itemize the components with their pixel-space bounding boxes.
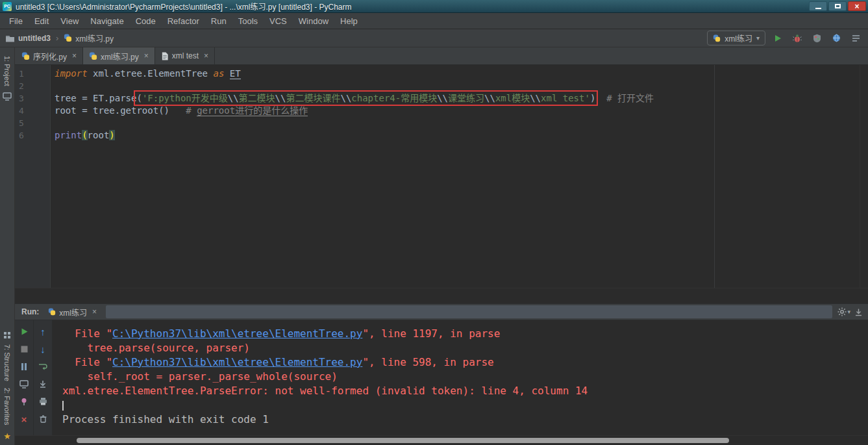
code-token: print [55,130,82,140]
tab-close-icon[interactable]: × [72,51,77,60]
line-number: 6 [19,129,50,142]
breadcrumb-project[interactable]: untitled3 [18,34,51,43]
menu-edit[interactable]: Edit [29,14,55,28]
editor-tab-1[interactable]: xml练习.py× [83,47,155,64]
soft-wrap-button[interactable] [37,361,49,372]
code-token: File " [62,356,112,368]
prev-stacktrace-button[interactable]: ↑ [37,325,49,337]
stop-button[interactable] [18,343,30,355]
console-output[interactable]: File "C:\Python37\lib\xml\etree\ElementT… [53,320,868,435]
close-window-button[interactable]: × [848,1,866,11]
console-file-link[interactable]: C:\Python37\lib\xml\etree\ElementTree.py [112,356,362,368]
menu-view[interactable]: View [55,14,84,28]
menu-file[interactable]: File [3,14,29,28]
tab-close-icon[interactable]: × [144,51,149,60]
code-token: ", line 598, in parse [362,356,493,368]
code-token [224,68,229,79]
code-token: # [186,105,197,116]
run-tab-close-icon[interactable]: × [92,307,97,316]
structure-grid-icon[interactable] [4,329,10,341]
code-token: ( [136,93,142,103]
editor-scrollbar[interactable] [860,65,868,288]
coverage-button[interactable] [810,31,824,45]
editor[interactable]: 123456 import xml.etree.ElementTree as E… [15,65,868,288]
console-scrollbar-thumb[interactable] [77,438,729,443]
menu-navigate[interactable]: Navigate [84,14,129,28]
editor-tab-0[interactable]: 序列化.py× [16,47,83,64]
code-token: 课堂练习 [448,93,484,103]
run-configuration-select[interactable]: xml练习 ▾ [707,31,765,45]
code-token: \\ [484,93,495,103]
close-tab-button[interactable]: × [18,413,30,425]
run-configuration-name: xml练习 [725,32,752,44]
code-token: \\ [437,93,448,103]
editor-gutter: 123456 [15,65,51,288]
monitor-icon[interactable] [3,92,12,103]
sidebar-item-project[interactable]: 1: Project [3,56,11,86]
editor-code[interactable]: import xml.etree.ElementTree as ETtree =… [51,65,860,288]
code-token: ", line 1197, in parse [362,327,500,340]
run-tab[interactable]: xml练习 × [43,305,102,320]
menu-run[interactable]: Run [205,14,232,28]
clear-all-button[interactable] [37,413,49,425]
console-caret [62,401,64,411]
pin-tab-button[interactable] [18,396,30,407]
code-line-3[interactable]: tree = ET.parse('F:python开发中级\\第二模块\\第二模… [55,92,860,105]
breadcrumb: untitled3 › xml练习.py [5,32,114,44]
breadcrumb-file[interactable]: xml练习.py [75,32,114,44]
menu-vcs[interactable]: VCS [264,14,293,28]
console-line-1: tree.parse(source, parser) [62,341,868,355]
code-token: xml test' [541,93,590,103]
project-folder-icon [5,34,15,42]
python-file-icon [89,52,97,60]
menu-window[interactable]: Window [293,14,334,28]
code-token: 进行的是什么操作 [235,105,308,116]
tool-window-stripe: 1: Project 7: Structure 2: Favorites ★ [0,47,15,445]
show-console-button[interactable] [18,378,30,390]
python-file-icon [48,308,56,316]
code-token: \\ [530,93,541,103]
editor-tab-2[interactable]: xml test× [155,47,215,64]
sidebar-item-favorites[interactable]: 2: Favorites [3,388,11,425]
code-line-1[interactable]: import xml.etree.ElementTree as ET [55,68,860,80]
tab-label: 序列化.py [33,51,67,62]
debug-button[interactable] [790,31,804,45]
menu-refactor[interactable]: Refactor [162,14,205,28]
minimize-button[interactable] [809,1,827,11]
code-line-6[interactable]: print(root) [55,129,860,142]
pycharm-logo-icon: PC [3,2,12,11]
settings-gear-button[interactable]: ▾ [837,307,850,316]
console-scrollbar-track [15,435,868,445]
profiler-button[interactable] [829,31,843,45]
hide-window-button[interactable] [854,308,863,316]
event-log-button[interactable] [849,31,863,45]
maximize-button[interactable] [828,1,847,11]
menu-bar: FileEditViewNavigateCodeRefactorRunTools… [0,13,868,29]
menu-code[interactable]: Code [130,14,162,28]
line-number: 3 [19,92,50,105]
next-stacktrace-button[interactable]: ↓ [37,343,49,355]
code-token: File " [62,327,112,340]
print-button[interactable] [37,396,49,407]
title-bar: PC untitled3 [C:\Users\Administrator\Pyc… [0,0,868,13]
console-file-link[interactable]: C:\Python37\lib\xml\etree\ElementTree.py [112,327,362,340]
scroll-to-end-button[interactable] [37,378,49,390]
rerun-button[interactable] [18,325,30,337]
code-token: ) [109,130,114,140]
code-line-5[interactable] [55,117,860,129]
line-number: 4 [19,105,50,117]
favorites-star-icon[interactable]: ★ [3,431,11,441]
error-annotation-box: ('F:python开发中级\\第二模块\\第二模块课件\\chapter4-常… [136,93,595,103]
menu-help[interactable]: Help [334,14,364,28]
python-file-icon [64,34,72,42]
code-token: self._root = parser._parse_whole(source) [62,370,338,383]
tab-close-icon[interactable]: × [204,51,208,60]
editor-horizontal-scroll-area[interactable] [15,288,868,303]
code-token: \\ [340,93,351,103]
code-line-4[interactable]: root = tree.getroot() # gerroot进行的是什么操作 [55,105,860,117]
code-line-2[interactable] [55,80,860,92]
pause-output-button[interactable] [18,361,30,372]
sidebar-item-structure[interactable]: 7: Structure [3,344,11,381]
menu-tools[interactable]: Tools [232,14,264,28]
run-button[interactable] [771,31,785,45]
